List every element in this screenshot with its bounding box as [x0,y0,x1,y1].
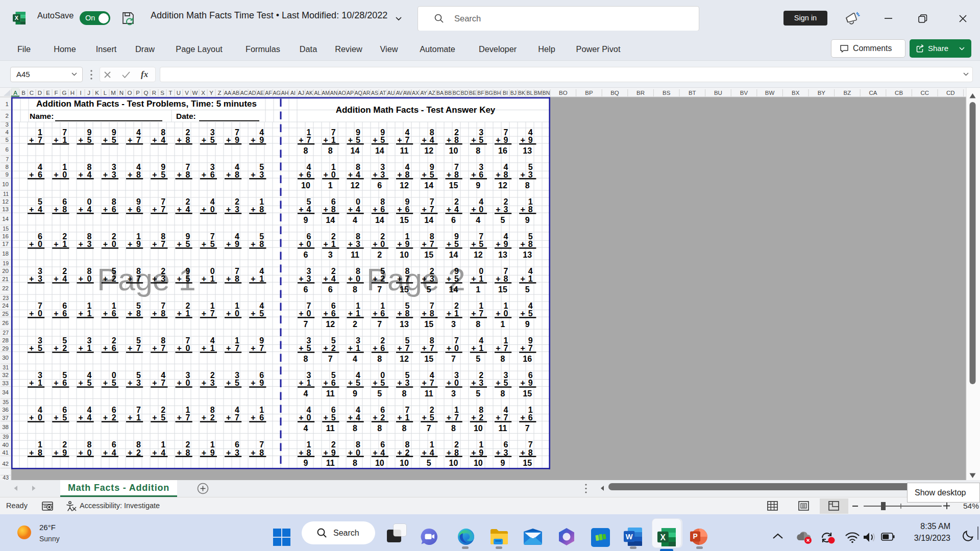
svg-text:+: + [79,309,83,318]
svg-text:0: 0 [210,205,215,214]
svg-text:6: 6 [451,216,456,224]
svg-text:BY: BY [818,90,826,96]
svg-text:+: + [152,344,157,353]
svg-text:AD: AD [249,90,256,96]
svg-text:C: C [30,90,34,96]
svg-text:6: 6 [62,309,67,318]
svg-text:8: 8 [186,170,190,179]
svg-text:8: 8 [136,309,141,318]
svg-text:+: + [79,170,83,179]
svg-text:7: 7 [328,355,333,363]
svg-text:+: + [128,309,132,318]
svg-text:7: 7 [430,205,434,214]
svg-text:+: + [447,413,451,422]
svg-text:Addition Math Facts - Test Ans: Addition Math Facts - Test Answer Key [336,105,496,115]
svg-text:H: H [70,90,75,96]
svg-text:+: + [397,136,402,144]
svg-text:J: J [87,90,90,96]
svg-text:7: 7 [186,413,190,422]
svg-text:15: 15 [523,459,532,467]
svg-text:0: 0 [38,240,42,248]
svg-text:6: 6 [479,170,483,179]
svg-text:AC: AC [240,90,248,96]
svg-text:5: 5 [161,413,165,422]
svg-text:+: + [496,344,500,353]
svg-text:+: + [521,205,525,214]
svg-text:+: + [226,205,231,214]
svg-text:15: 15 [424,320,433,329]
svg-text:6: 6 [38,170,42,179]
svg-text:18: 18 [2,251,9,257]
svg-text:9: 9 [479,448,483,457]
svg-text:AA: AA [224,90,231,96]
svg-text:+: + [54,413,58,422]
svg-text:+: + [447,136,451,144]
svg-text:+: + [348,136,353,144]
svg-text:+: + [397,274,402,283]
svg-text:4: 4 [161,136,165,144]
svg-text:12: 12 [2,198,9,205]
svg-text:BI: BI [503,90,508,96]
svg-text:14: 14 [449,285,458,294]
svg-text:6: 6 [528,413,533,422]
svg-text:10: 10 [474,424,483,433]
svg-text:+: + [348,274,353,283]
svg-text:+: + [496,379,500,387]
svg-text:12: 12 [474,251,483,259]
svg-text:+: + [251,413,255,422]
svg-text:+: + [251,344,255,353]
svg-text:0: 0 [186,344,190,353]
svg-text:+: + [29,170,34,179]
svg-text:+: + [521,413,525,422]
svg-text:F: F [54,90,58,96]
svg-text:+: + [103,170,108,179]
svg-text:+: + [202,309,206,318]
svg-text:5: 5 [479,136,483,144]
svg-text:+: + [177,205,182,214]
svg-text:4: 4 [430,136,434,144]
svg-text:O: O [128,90,132,96]
svg-text:A: A [13,90,17,96]
svg-text:+: + [422,344,427,353]
svg-text:11: 11 [326,424,335,433]
svg-text:+: + [496,170,500,179]
svg-text:+: + [103,448,108,457]
svg-text:5: 5 [454,274,459,283]
svg-text:6: 6 [304,251,308,259]
svg-text:+: + [471,240,476,248]
svg-text:8: 8 [235,274,239,283]
svg-text:AV: AV [396,90,402,96]
svg-text:+: + [299,136,303,144]
svg-text:8: 8 [377,424,382,433]
svg-text:AW: AW [403,90,412,96]
svg-text:+: + [447,379,451,387]
svg-text:0: 0 [380,240,385,248]
svg-text:1: 1 [528,274,533,283]
svg-text:9: 9 [353,389,357,398]
svg-text:5: 5 [454,240,459,248]
svg-text:4: 4 [356,413,360,422]
svg-text:6: 6 [307,170,311,179]
svg-text:38: 38 [2,424,9,430]
svg-text:7: 7 [479,309,483,318]
svg-text:+: + [202,205,206,214]
svg-text:2: 2 [479,413,483,422]
svg-text:+: + [29,274,34,283]
svg-text:12: 12 [498,181,507,190]
svg-text:+: + [54,309,58,318]
svg-text:BB: BB [445,90,452,96]
svg-text:X: X [201,90,205,96]
svg-text:+: + [299,240,303,248]
svg-text:X: X [15,15,19,21]
svg-text:1: 1 [186,309,190,318]
svg-text:37: 37 [2,415,9,421]
svg-text:+: + [29,136,34,144]
svg-text:+: + [152,379,157,387]
svg-text:1: 1 [307,379,311,387]
svg-text:4: 4 [356,205,360,214]
svg-text:+: + [521,240,525,248]
svg-text:4: 4 [353,355,357,363]
svg-text:+: + [324,274,328,283]
svg-text:3: 3 [87,240,92,248]
svg-text:+: + [29,205,34,214]
